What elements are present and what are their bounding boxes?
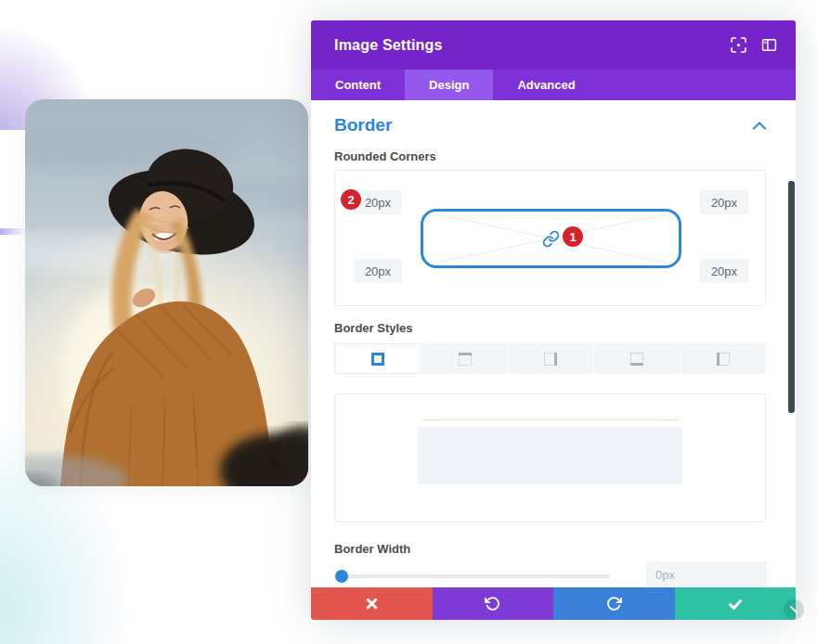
border-color-hint-line (422, 419, 679, 420)
border-style-top-button[interactable] (422, 343, 508, 374)
page: Image Settings (0, 0, 817, 644)
redo-button[interactable] (553, 587, 675, 620)
border-style-bottom-icon (630, 353, 643, 366)
tab-advanced[interactable]: Advanced (493, 70, 599, 100)
border-styles-label: Border Styles (334, 321, 413, 335)
lavender-line-decoration (0, 228, 26, 235)
redo-icon (606, 596, 622, 612)
modal-footer (311, 587, 796, 620)
undo-button[interactable] (433, 587, 554, 620)
corner-top-right-input[interactable] (700, 190, 748, 214)
border-style-right-button[interactable] (509, 343, 594, 374)
corner-bottom-right-input[interactable] (700, 259, 748, 283)
corner-bottom-left-input[interactable] (354, 259, 402, 283)
border-style-bottom-button[interactable] (594, 343, 680, 374)
border-style-right-icon (544, 353, 557, 366)
border-section-toggle[interactable]: Border (334, 109, 766, 141)
chevron-up-icon[interactable] (753, 117, 766, 134)
discard-button[interactable] (311, 587, 433, 620)
border-width-slider-track[interactable] (335, 574, 610, 578)
border-section-title: Border (334, 115, 392, 135)
snap-modal-icon[interactable] (761, 37, 777, 53)
border-style-top-icon (459, 353, 472, 366)
border-styles-row (334, 343, 766, 374)
rounded-corners-preview (421, 209, 681, 268)
close-icon (365, 597, 379, 611)
border-style-left-icon (717, 353, 730, 366)
tab-content[interactable]: Content (311, 70, 405, 100)
step-badge-2: 2 (341, 189, 361, 210)
image-settings-modal: Image Settings (311, 20, 796, 620)
settings-tabbar: Content Design Advanced (311, 70, 796, 100)
rounded-corners-control: 2 1 (334, 170, 766, 306)
check-icon (728, 597, 743, 612)
border-style-preview-swatch (418, 427, 682, 484)
border-style-left-button[interactable] (681, 343, 766, 374)
modal-header[interactable]: Image Settings (311, 20, 796, 70)
border-width-label: Border Width (334, 542, 410, 556)
portrait-photo[interactable] (25, 99, 308, 486)
expand-icon[interactable] (731, 37, 746, 53)
modal-title: Image Settings (334, 37, 443, 54)
border-width-slider-handle[interactable] (335, 570, 348, 583)
border-style-all-button[interactable] (334, 343, 421, 374)
link-icon[interactable] (542, 230, 560, 248)
scrollbar-thumb[interactable] (788, 181, 795, 413)
step-badge-1: 1 (563, 226, 583, 247)
portrait-photo-art (25, 99, 308, 486)
corner-top-left-input[interactable] (354, 190, 402, 214)
save-button[interactable] (675, 587, 797, 620)
border-width-input[interactable] (646, 561, 767, 587)
undo-icon (485, 596, 500, 612)
resize-handle[interactable] (784, 599, 804, 620)
rounded-corners-label: Rounded Corners (334, 149, 436, 163)
border-style-all-icon (371, 353, 384, 366)
tab-design[interactable]: Design (405, 70, 493, 100)
